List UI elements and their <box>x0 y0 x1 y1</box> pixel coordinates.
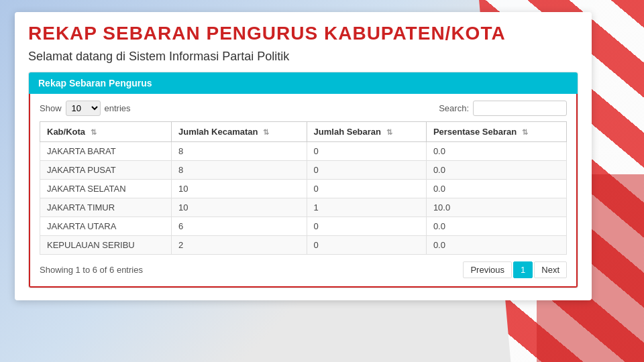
col-kab[interactable]: Kab/Kota ⇅ <box>40 122 172 142</box>
panel-header: Rekap Sebaran Pengurus <box>29 72 578 94</box>
cell-persen: 0.0 <box>426 236 566 255</box>
cell-kab: JAKARTA PUSAT <box>40 161 172 180</box>
cell-kecamatan: 10 <box>171 180 307 198</box>
previous-button[interactable]: Previous <box>463 261 512 278</box>
cell-kecamatan: 8 <box>171 142 307 161</box>
sort-icon-persen: ⇅ <box>522 128 528 137</box>
table-controls-top: Show 10 25 50 100 entries Search: <box>40 101 567 116</box>
pagination: Previous 1 Next <box>463 261 567 278</box>
sort-icon-sebaran: ⇅ <box>386 128 392 137</box>
table-row: JAKARTA TIMUR 10 1 10.0 <box>40 198 567 217</box>
search-input[interactable] <box>473 101 567 116</box>
cell-sebaran: 0 <box>307 161 426 180</box>
table-row: JAKARTA BARAT 8 0 0.0 <box>40 142 567 161</box>
data-panel: Rekap Sebaran Pengurus Show 10 25 50 100… <box>28 72 578 288</box>
table-row: JAKARTA SELATAN 10 0 0.0 <box>40 180 567 198</box>
show-entries-control: Show 10 25 50 100 entries <box>40 101 131 116</box>
cell-sebaran: 0 <box>307 142 426 161</box>
entries-label: entries <box>105 103 131 113</box>
table-row: JAKARTA UTARA 6 0 0.0 <box>40 217 567 236</box>
cell-kecamatan: 8 <box>171 161 307 180</box>
search-label: Search: <box>439 103 469 113</box>
cell-kab: KEPULAUAN SERIBU <box>40 236 172 255</box>
cell-kecamatan: 2 <box>171 236 307 255</box>
next-button[interactable]: Next <box>534 261 567 278</box>
page-title: REKAP SEBARAN PENGURUS KABUPATEN/KOTA <box>28 23 578 44</box>
page-subtitle: Selamat datang di Sistem Informasi Parta… <box>28 50 578 64</box>
cell-kab: JAKARTA BARAT <box>40 142 172 161</box>
cell-sebaran: 0 <box>307 236 426 255</box>
sort-icon-kecamatan: ⇅ <box>263 128 269 137</box>
search-box: Search: <box>439 101 567 116</box>
cell-kab: JAKARTA UTARA <box>40 217 172 236</box>
data-table: Kab/Kota ⇅ Jumlah Kecamatan ⇅ Jumlah Seb… <box>40 121 567 255</box>
panel-body: Show 10 25 50 100 entries Search: <box>29 94 578 288</box>
cell-kecamatan: 10 <box>171 198 307 217</box>
table-header-row: Kab/Kota ⇅ Jumlah Kecamatan ⇅ Jumlah Seb… <box>40 122 567 142</box>
table-controls-bottom: Showing 1 to 6 of 6 entries Previous 1 N… <box>40 261 567 278</box>
cell-persen: 0.0 <box>426 142 566 161</box>
cell-sebaran: 0 <box>307 180 426 198</box>
cell-kecamatan: 6 <box>171 217 307 236</box>
cell-kab: JAKARTA TIMUR <box>40 198 172 217</box>
cell-kab: JAKARTA SELATAN <box>40 180 172 198</box>
sort-icon-kab: ⇅ <box>91 128 97 137</box>
table-row: KEPULAUAN SERIBU 2 0 0.0 <box>40 236 567 255</box>
main-card: REKAP SEBARAN PENGURUS KABUPATEN/KOTA Se… <box>15 12 592 300</box>
cell-persen: 0.0 <box>426 161 566 180</box>
cell-persen: 10.0 <box>426 198 566 217</box>
col-sebaran[interactable]: Jumlah Sebaran ⇅ <box>307 122 426 142</box>
col-persen[interactable]: Persentase Sebaran ⇅ <box>426 122 566 142</box>
showing-info: Showing 1 to 6 of 6 entries <box>40 265 143 275</box>
cell-sebaran: 1 <box>307 198 426 217</box>
entries-select[interactable]: 10 25 50 100 <box>66 101 101 116</box>
col-kecamatan[interactable]: Jumlah Kecamatan ⇅ <box>171 122 307 142</box>
cell-sebaran: 0 <box>307 217 426 236</box>
cell-persen: 0.0 <box>426 180 566 198</box>
table-row: JAKARTA PUSAT 8 0 0.0 <box>40 161 567 180</box>
show-label: Show <box>40 103 62 113</box>
table-body: JAKARTA BARAT 8 0 0.0 JAKARTA PUSAT 8 0 … <box>40 142 567 255</box>
page-1-button[interactable]: 1 <box>513 261 533 278</box>
cell-persen: 0.0 <box>426 217 566 236</box>
